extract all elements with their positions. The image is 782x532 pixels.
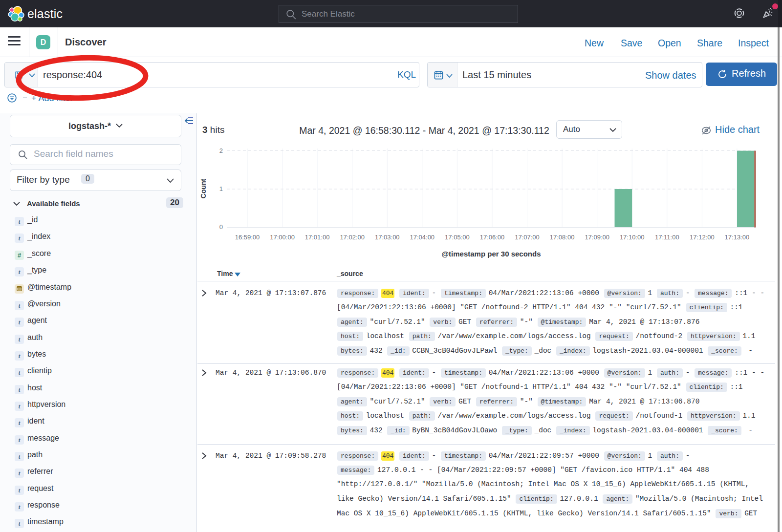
svg-text:16:59:00: 16:59:00 xyxy=(235,234,260,241)
svg-text:17:01:00: 17:01:00 xyxy=(305,234,330,241)
svg-text:17:13:00: 17:13:00 xyxy=(725,234,750,241)
svg-text:1: 1 xyxy=(219,185,223,192)
svg-text:17:09:00: 17:09:00 xyxy=(585,234,609,241)
svg-text:17:00:00: 17:00:00 xyxy=(270,234,295,241)
svg-text:17:04:00: 17:04:00 xyxy=(410,234,434,241)
svg-text:17:06:00: 17:06:00 xyxy=(480,234,505,241)
svg-text:2: 2 xyxy=(219,147,223,154)
svg-text:0: 0 xyxy=(219,223,223,231)
svg-text:Count: Count xyxy=(199,178,207,198)
svg-text:17:10:00: 17:10:00 xyxy=(620,234,645,241)
svg-text:17:02:00: 17:02:00 xyxy=(340,234,365,241)
svg-text:17:08:00: 17:08:00 xyxy=(550,234,575,241)
svg-text:17:11:00: 17:11:00 xyxy=(655,234,679,241)
svg-text:17:03:00: 17:03:00 xyxy=(375,234,400,241)
svg-text:17:12:00: 17:12:00 xyxy=(690,234,715,241)
svg-text:17:05:00: 17:05:00 xyxy=(445,234,470,241)
svg-text:17:07:00: 17:07:00 xyxy=(515,234,540,241)
